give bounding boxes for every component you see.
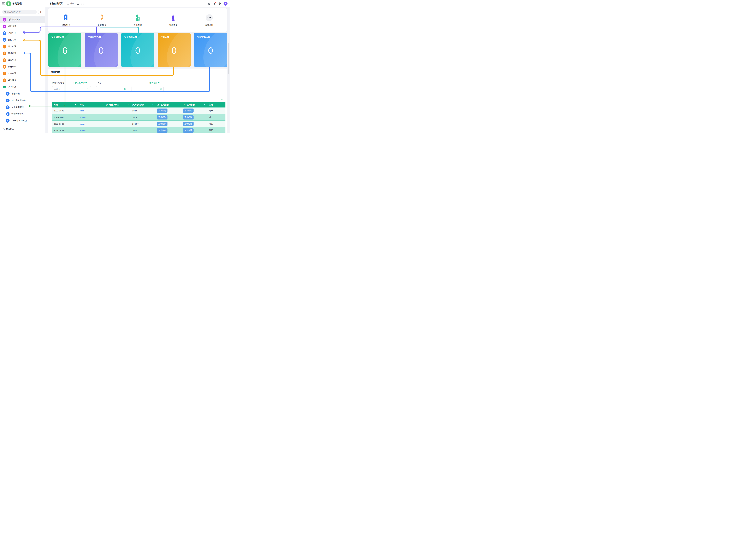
search-placeholder: 输入名称来搜索 bbox=[7, 11, 21, 13]
sidebar-item[interactable]: 考勤确认 bbox=[0, 77, 45, 84]
side-panel-toggle-button[interactable] bbox=[208, 2, 211, 5]
quick-action[interactable]: 加班申请 bbox=[169, 14, 178, 27]
fullscreen-button[interactable] bbox=[81, 2, 84, 5]
column-header[interactable]: 下午签退状态▲▼ bbox=[181, 102, 207, 107]
document-icon bbox=[3, 38, 6, 42]
sidebar-item[interactable]: 调休申请 bbox=[0, 63, 45, 70]
sidebar-item[interactable]: 基本信息 bbox=[0, 84, 45, 90]
sort-icon[interactable]: ▲▼ bbox=[128, 104, 129, 105]
stat-card-title: 今日应到人数 bbox=[48, 33, 81, 38]
column-header[interactable]: 日期 bbox=[52, 102, 78, 107]
sidebar: 考勤管理 输入名称来搜索 + 考勤管理首页考勤报表考勤打卡外勤打卡补卡申请请假申… bbox=[0, 0, 45, 133]
share-button[interactable] bbox=[77, 2, 79, 5]
stat-card-value: 0 bbox=[121, 45, 154, 56]
sidebar-item[interactable]: 部门岗位基础表 bbox=[0, 97, 45, 104]
calendar-icon bbox=[124, 88, 127, 90]
user-card-icon bbox=[134, 14, 142, 22]
quick-action[interactable]: 考勤打卡 bbox=[62, 14, 70, 27]
sidebar-item[interactable]: 2023 年工作日历 bbox=[0, 117, 45, 124]
stat-card-title: 外勤人数 bbox=[158, 33, 191, 38]
sidebar-item[interactable]: 请假种类字典 bbox=[0, 111, 45, 117]
sidebar-item-label: 部门岗位基础表 bbox=[11, 99, 26, 102]
column-header[interactable]: 姓名▲▼ bbox=[78, 102, 104, 107]
vertical-scrollbar[interactable] bbox=[228, 43, 229, 74]
document-icon bbox=[6, 99, 10, 102]
column-header[interactable]: 所在部门/班组▲▼ bbox=[104, 102, 130, 107]
sidebar-header: 考勤管理 bbox=[0, 0, 45, 7]
quick-action-label: 考勤打卡 bbox=[62, 24, 70, 27]
sort-icon[interactable]: ▲▼ bbox=[152, 104, 153, 105]
sidebar-item[interactable]: 考勤打卡 bbox=[0, 30, 45, 36]
add-page-button[interactable]: + bbox=[38, 10, 43, 14]
cell-weekday: 周五 bbox=[207, 127, 226, 133]
pm-status-badge: 正常签退 bbox=[183, 128, 194, 133]
user-avatar[interactable]: Y bbox=[224, 2, 228, 6]
notifications-button[interactable] bbox=[213, 2, 216, 5]
monitor-chart-icon bbox=[3, 18, 6, 22]
table-row: 2023-07-31Yonne2023-7正常签到正常签退周一 bbox=[52, 107, 226, 114]
app-logo-icon bbox=[6, 1, 11, 6]
cell-date: 2023-07-28 bbox=[52, 127, 78, 133]
sidebar-item-label: 外勤打卡 bbox=[8, 39, 16, 41]
filter-icon[interactable] bbox=[75, 104, 76, 105]
column-header-label: 下午签退状态 bbox=[183, 103, 195, 106]
section-title: 我的考勤 bbox=[48, 69, 227, 73]
date-end-input[interactable] bbox=[131, 86, 164, 91]
sidebar-item[interactable]: 考勤周期 bbox=[0, 90, 45, 97]
stat-card: 今日打卡人数0 bbox=[85, 33, 118, 67]
cell-date: 2023-07-31 bbox=[52, 107, 78, 114]
column-header[interactable]: 归属考勤周期▲▼ bbox=[130, 102, 155, 107]
range-select-dropdown[interactable]: 选择范围 bbox=[150, 81, 160, 84]
share-icon bbox=[77, 2, 79, 5]
sidebar-item[interactable]: 加班申请 bbox=[0, 57, 45, 63]
clipboard-icon bbox=[3, 45, 6, 48]
fullscreen-icon bbox=[81, 2, 84, 5]
sidebar-item[interactable]: 请假申请 bbox=[0, 50, 45, 57]
stat-card-value: 0 bbox=[85, 45, 118, 56]
column-header[interactable]: 上午签到状态▲▼ bbox=[155, 102, 181, 107]
period-operator-dropdown[interactable]: 等于任意一个 bbox=[73, 81, 87, 84]
cell-am-status: 正常签到 bbox=[155, 114, 181, 121]
sidebar-item[interactable]: 补卡申请 bbox=[0, 43, 45, 50]
cell-name-link[interactable]: Yonne bbox=[78, 121, 104, 127]
cell-date: 2023-07-31 bbox=[52, 114, 78, 121]
period-select[interactable]: 2023-7 bbox=[52, 86, 91, 91]
column-header: 星期 bbox=[207, 102, 226, 107]
document-icon bbox=[6, 112, 10, 116]
sidebar-item-admin-backend[interactable]: ⚙ 管理后台 bbox=[0, 126, 45, 133]
search-input[interactable]: 输入名称来搜索 bbox=[2, 10, 37, 14]
sidebar-item-label: 员工基本信息 bbox=[11, 106, 24, 109]
cell-period: 2023-7 bbox=[130, 107, 155, 114]
sidebar-item[interactable]: 外勤打卡 bbox=[0, 36, 45, 43]
date-start-input[interactable] bbox=[96, 86, 128, 91]
sidebar-item[interactable]: 考勤报表 bbox=[0, 23, 45, 30]
punch-card-icon bbox=[62, 14, 70, 22]
menu-icon[interactable] bbox=[2, 2, 5, 5]
quick-action-label: 外勤打卡 bbox=[98, 24, 106, 27]
cell-department bbox=[104, 127, 130, 133]
sort-icon[interactable]: ▲▼ bbox=[204, 104, 205, 105]
sidebar-item[interactable]: 员工基本信息 bbox=[0, 104, 45, 111]
info-icon[interactable]: i bbox=[221, 97, 223, 100]
document-icon bbox=[6, 119, 10, 123]
pm-status-badge: 正常签退 bbox=[183, 122, 194, 126]
edit-button[interactable]: 编辑 bbox=[67, 2, 74, 5]
cell-name-link[interactable]: Yonne bbox=[78, 107, 104, 114]
quick-action[interactable]: 查看全部 bbox=[205, 14, 213, 27]
sidebar-item[interactable]: 考勤管理首页 bbox=[0, 16, 45, 23]
sort-icon[interactable]: ▲▼ bbox=[102, 104, 103, 105]
sort-icon[interactable]: ▲▼ bbox=[178, 104, 179, 105]
cell-name-link[interactable]: Yonne bbox=[78, 114, 104, 121]
clipboard-icon bbox=[3, 52, 6, 55]
cell-period: 2023-7 bbox=[130, 121, 155, 127]
quick-action[interactable]: 补卡申请 bbox=[134, 14, 142, 27]
quick-action[interactable]: 外勤打卡 bbox=[98, 14, 106, 27]
column-header-label: 归属考勤周期 bbox=[132, 103, 144, 106]
cell-name-link[interactable]: Yonne bbox=[78, 127, 104, 133]
help-button[interactable]: ? bbox=[218, 2, 221, 5]
stat-card: 今日请假人数0 bbox=[194, 33, 227, 67]
chevron-down-icon bbox=[158, 82, 160, 83]
sidebar-item[interactable]: 出差申请 bbox=[0, 70, 45, 77]
topbar: 考勤管理首页 编辑 ? bbox=[45, 0, 230, 7]
table-body: 2023-07-31Yonne2023-7正常签到正常签退周一2023-07-3… bbox=[52, 107, 226, 133]
